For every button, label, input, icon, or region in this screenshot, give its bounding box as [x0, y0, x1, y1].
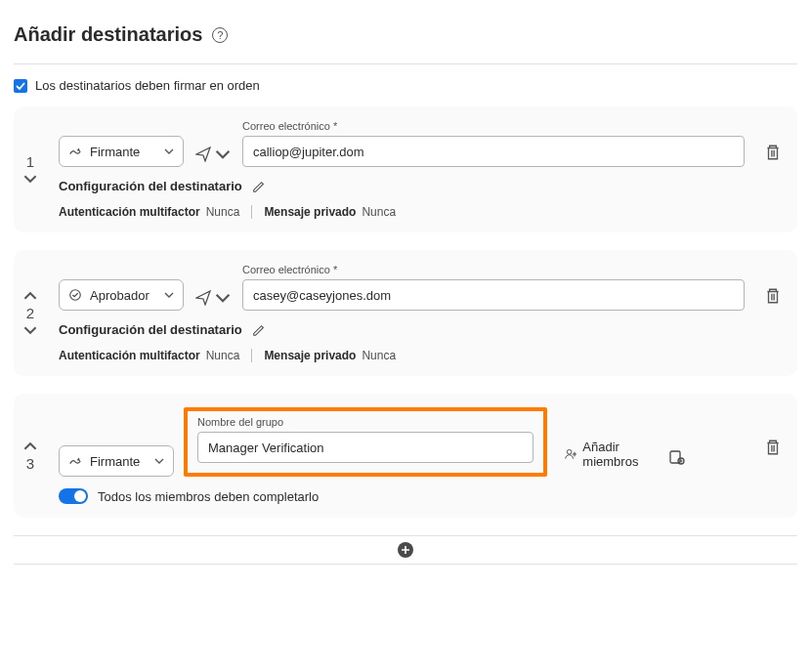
reorder-handle[interactable]: 1 [14, 106, 47, 232]
chevron-down-icon[interactable] [23, 323, 37, 337]
help-icon[interactable]: ? [212, 27, 228, 43]
chevron-up-icon[interactable] [23, 440, 37, 453]
pen-icon [68, 145, 82, 158]
email-label: Correo electrónico * [242, 120, 745, 132]
recipient-group-card: 3 Firmante Nombre del grupo Añadir miemb… [14, 394, 797, 518]
chevron-down-icon [164, 290, 174, 300]
mfa-label: Autenticación multifactor [59, 349, 200, 362]
role-selector[interactable]: Aprobador [59, 279, 184, 311]
recipient-card: 1 Firmante Correo electrónico * Configur… [14, 106, 797, 232]
all-members-toggle[interactable] [59, 488, 88, 504]
delete-group-button[interactable] [764, 439, 782, 456]
email-field[interactable] [242, 136, 745, 167]
delete-recipient-button[interactable] [764, 144, 782, 161]
group-name-label: Nombre del grupo [197, 416, 534, 428]
add-recipient-button[interactable] [398, 542, 413, 558]
mfa-value: Nunca [206, 205, 240, 219]
add-members-label: Añadir miembros [582, 440, 657, 469]
chevron-down-icon [215, 147, 231, 162]
pen-icon [68, 454, 82, 468]
svg-point-1 [567, 449, 572, 454]
recipient-card: 2 Aprobador Correo electrónico * Configu… [14, 250, 797, 376]
mfa-value: Nunca [206, 349, 240, 362]
meta-separator [251, 205, 252, 219]
add-user-icon [565, 446, 576, 462]
chevron-down-icon [164, 147, 174, 156]
delete-recipient-button[interactable] [764, 287, 782, 305]
mfa-label: Autenticación multifactor [59, 205, 200, 219]
delivery-method-selector[interactable] [195, 290, 231, 311]
recipient-config-label: Configuración del destinatario [59, 179, 242, 193]
chevron-down-icon[interactable] [23, 172, 37, 186]
edit-icon[interactable] [252, 180, 266, 193]
chevron-down-icon [215, 290, 231, 306]
role-selector[interactable]: Firmante [59, 445, 174, 477]
svg-point-0 [70, 290, 81, 301]
role-text: Aprobador [90, 288, 156, 303]
group-name-field[interactable] [197, 432, 534, 463]
privmsg-label: Mensaje privado [264, 205, 356, 219]
role-text: Firmante [90, 145, 156, 159]
chevron-down-icon [154, 456, 164, 466]
page-title: Añadir destinatarios [14, 23, 202, 46]
sign-in-order-label: Los destinatarios deben firmar en orden [35, 78, 260, 93]
add-recipient-bar [14, 535, 797, 565]
sign-in-order-checkbox[interactable] [14, 79, 27, 93]
check-circle-icon [68, 288, 82, 302]
send-icon [195, 290, 211, 306]
chevron-up-icon[interactable] [23, 289, 37, 303]
recipient-config-label: Configuración del destinatario [59, 322, 242, 337]
delivery-method-selector[interactable] [195, 147, 231, 167]
privmsg-value: Nunca [362, 349, 396, 362]
privmsg-label: Mensaje privado [264, 349, 356, 362]
meta-separator [251, 349, 252, 362]
recipient-number: 3 [26, 455, 34, 472]
email-field[interactable] [242, 279, 745, 311]
role-selector[interactable]: Firmante [59, 136, 184, 167]
send-icon [195, 147, 211, 162]
recipient-number: 1 [26, 153, 34, 170]
reorder-handle[interactable]: 3 [14, 394, 47, 518]
email-label: Correo electrónico * [242, 264, 745, 275]
edit-icon[interactable] [252, 323, 266, 337]
group-settings-button[interactable] [668, 448, 686, 477]
group-name-highlight: Nombre del grupo [184, 407, 547, 477]
section-divider [14, 63, 797, 64]
recipient-number: 2 [26, 305, 34, 321]
add-members-button[interactable]: Añadir miembros [565, 440, 657, 477]
reorder-handle[interactable]: 2 [14, 250, 47, 376]
privmsg-value: Nunca [362, 205, 396, 219]
role-text: Firmante [90, 454, 147, 469]
all-members-toggle-label: Todos los miembros deben completarlo [98, 489, 319, 504]
